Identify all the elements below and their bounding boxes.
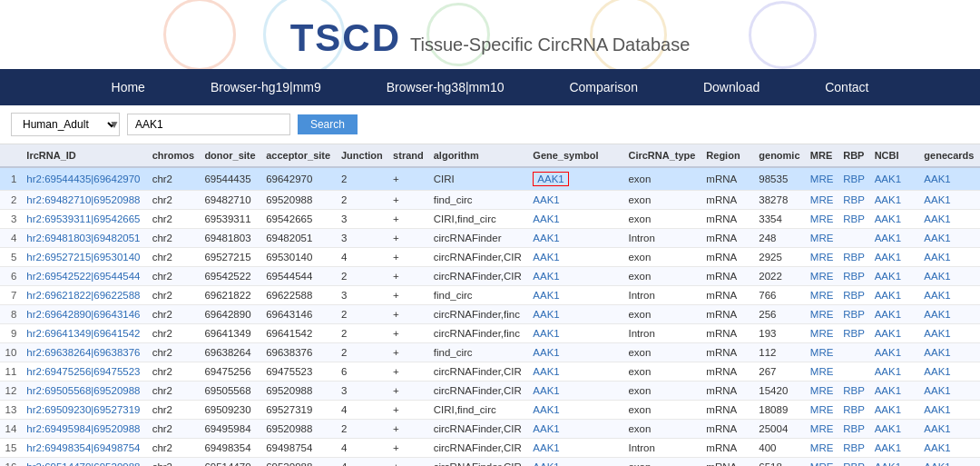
genecards-link[interactable]: AAK1 <box>924 290 950 301</box>
gene-symbol-link[interactable]: AAK1 <box>533 194 559 205</box>
mre-link[interactable]: MRE <box>810 328 834 339</box>
gene-symbol-link[interactable]: AAK1 <box>533 461 559 466</box>
lrcrna-id-link[interactable]: hr2:69514470|69520988 <box>26 461 140 466</box>
cell-gene[interactable]: AAK1 <box>528 401 623 420</box>
gene-symbol-link[interactable]: AAK1 <box>533 385 559 396</box>
ncbi-link[interactable]: AAK1 <box>875 328 901 339</box>
rbp-link[interactable]: RBP <box>843 385 865 396</box>
rbp-link[interactable]: RBP <box>843 461 865 466</box>
gene-symbol-link[interactable]: AAK1 <box>533 442 559 453</box>
rbp-link[interactable]: RBP <box>843 404 865 415</box>
rbp-link[interactable]: RBP <box>843 174 865 184</box>
ncbi-link[interactable]: AAK1 <box>875 461 901 466</box>
mre-link[interactable]: MRE <box>810 194 834 205</box>
cell-rbp[interactable]: RBP <box>838 167 869 191</box>
mre-link[interactable]: MRE <box>810 213 834 224</box>
cell-rbp[interactable]: RBP <box>838 401 869 420</box>
mre-link[interactable]: MRE <box>810 404 834 415</box>
cell-mre[interactable]: MRE <box>806 286 838 305</box>
genecards-link[interactable]: AAK1 <box>924 271 950 282</box>
genecards-link[interactable]: AAK1 <box>924 347 950 358</box>
cell-genecards[interactable]: AAK1 <box>919 343 980 362</box>
cell-genecards[interactable]: AAK1 <box>919 305 980 324</box>
ncbi-link[interactable]: AAK1 <box>875 347 901 358</box>
mre-link[interactable]: MRE <box>810 290 834 301</box>
rbp-link[interactable]: RBP <box>843 290 865 301</box>
nav-item-comparison[interactable]: Comparison <box>536 69 670 105</box>
ncbi-link[interactable]: AAK1 <box>875 423 901 434</box>
cell-genecards[interactable]: AAK1 <box>919 420 980 439</box>
cell-mre[interactable]: MRE <box>806 401 838 420</box>
cell-gene[interactable]: AAK1 <box>528 458 623 467</box>
cell-ncbi[interactable]: AAK1 <box>870 343 920 362</box>
cell-ncbi[interactable]: AAK1 <box>870 362 920 382</box>
cell-ncbi[interactable]: AAK1 <box>870 210 920 229</box>
genecards-link[interactable]: AAK1 <box>924 442 950 453</box>
lrcrna-id-link[interactable]: hr2:69482710|69520988 <box>26 194 140 205</box>
cell-ncbi[interactable]: AAK1 <box>870 229 920 248</box>
ncbi-link[interactable]: AAK1 <box>875 290 901 301</box>
genecards-link[interactable]: AAK1 <box>924 423 950 434</box>
cell-ncbi[interactable]: AAK1 <box>870 324 920 343</box>
cell-mre[interactable]: MRE <box>806 167 838 191</box>
cell-id[interactable]: hr2:69638264|69638376 <box>22 343 147 362</box>
cell-genecards[interactable]: AAK1 <box>919 439 980 458</box>
cell-rbp[interactable] <box>838 229 869 248</box>
cell-gene[interactable]: AAK1 <box>528 324 623 343</box>
cell-id[interactable]: hr2:69544435|69642970 <box>22 167 147 191</box>
cell-ncbi[interactable]: AAK1 <box>870 305 920 324</box>
cell-mre[interactable]: MRE <box>806 420 838 439</box>
lrcrna-id-link[interactable]: hr2:69475256|69475523 <box>26 366 140 377</box>
cell-id[interactable]: hr2:69621822|69622588 <box>22 286 147 305</box>
cell-genecards[interactable]: AAK1 <box>919 267 980 286</box>
lrcrna-id-link[interactable]: hr2:69638264|69638376 <box>26 347 140 358</box>
cell-genecards[interactable]: AAK1 <box>919 324 980 343</box>
gene-symbol-link[interactable]: AAK1 <box>533 347 559 358</box>
gene-symbol-link[interactable]: AAK1 <box>533 328 559 339</box>
cell-rbp[interactable]: RBP <box>838 458 869 467</box>
cell-id[interactable]: hr2:69641349|69641542 <box>22 324 147 343</box>
cell-mre[interactable]: MRE <box>806 210 838 229</box>
genecards-link[interactable]: AAK1 <box>924 252 950 263</box>
cell-gene[interactable]: AAK1 <box>528 210 623 229</box>
ncbi-link[interactable]: AAK1 <box>875 442 901 453</box>
cell-id[interactable]: hr2:69514470|69520988 <box>22 458 147 467</box>
cell-genecards[interactable]: AAK1 <box>919 382 980 401</box>
cell-id[interactable]: hr2:69542522|69544544 <box>22 267 147 286</box>
gene-symbol-link[interactable]: AAK1 <box>533 233 559 243</box>
cell-rbp[interactable]: RBP <box>838 420 869 439</box>
cell-id[interactable]: hr2:69481803|69482051 <box>22 229 147 248</box>
mre-link[interactable]: MRE <box>810 461 834 466</box>
gene-symbol-link[interactable]: AAK1 <box>533 423 559 434</box>
genecards-link[interactable]: AAK1 <box>924 385 950 396</box>
cell-gene[interactable]: AAK1 <box>528 248 623 267</box>
ncbi-link[interactable]: AAK1 <box>875 271 901 282</box>
mre-link[interactable]: MRE <box>810 309 834 320</box>
cell-rbp[interactable]: RBP <box>838 439 869 458</box>
cell-gene[interactable]: AAK1 <box>528 267 623 286</box>
cell-genecards[interactable]: AAK1 <box>919 401 980 420</box>
cell-id[interactable]: hr2:69475256|69475523 <box>22 362 147 382</box>
genecards-link[interactable]: AAK1 <box>924 233 950 243</box>
cell-gene[interactable]: AAK1 <box>528 229 623 248</box>
nav-item-browser-hg19-mm9[interactable]: Browser-hg19|mm9 <box>178 69 354 105</box>
cell-id[interactable]: hr2:69482710|69520988 <box>22 191 147 210</box>
lrcrna-id-link[interactable]: hr2:69498354|69498754 <box>26 442 140 453</box>
cell-rbp[interactable]: RBP <box>838 248 869 267</box>
cell-genecards[interactable]: AAK1 <box>919 286 980 305</box>
gene-symbol-link[interactable]: AAK1 <box>533 290 559 301</box>
mre-link[interactable]: MRE <box>810 347 834 358</box>
cell-id[interactable]: hr2:69527215|69530140 <box>22 248 147 267</box>
genecards-link[interactable]: AAK1 <box>924 213 950 224</box>
rbp-link[interactable]: RBP <box>843 442 865 453</box>
cell-mre[interactable]: MRE <box>806 458 838 467</box>
ncbi-link[interactable]: AAK1 <box>875 213 901 224</box>
ncbi-link[interactable]: AAK1 <box>875 174 901 184</box>
ncbi-link[interactable]: AAK1 <box>875 404 901 415</box>
cell-genecards[interactable]: AAK1 <box>919 458 980 467</box>
cell-gene[interactable]: AAK1 <box>528 420 623 439</box>
search-input[interactable] <box>127 114 290 135</box>
nav-item-download[interactable]: Download <box>671 69 792 105</box>
rbp-link[interactable]: RBP <box>843 423 865 434</box>
cell-gene[interactable]: AAK1 <box>528 362 623 382</box>
